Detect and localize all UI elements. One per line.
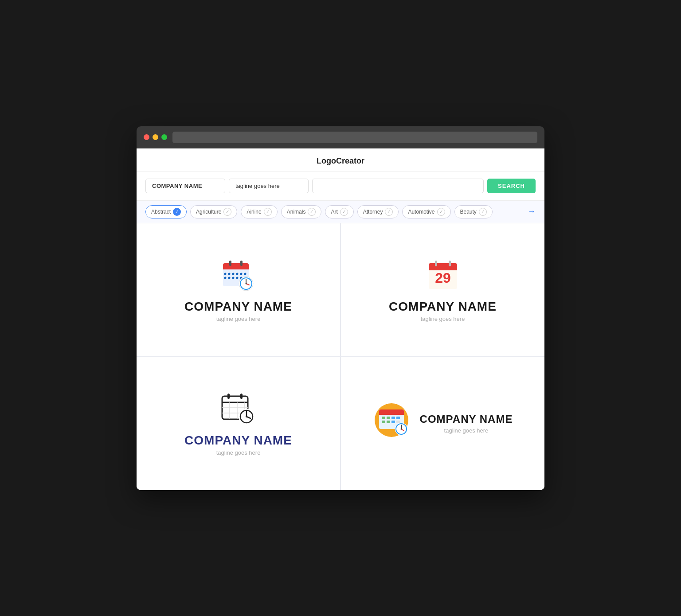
svg-point-14	[224, 277, 226, 279]
svg-rect-49	[396, 417, 400, 419]
logo-1-company: COMPANY NAME	[184, 300, 292, 314]
svg-point-21	[245, 283, 247, 285]
logo-4-company: COMPANY NAME	[420, 413, 513, 425]
svg-point-41	[246, 416, 247, 417]
svg-point-5	[228, 273, 230, 275]
svg-point-58	[400, 428, 402, 429]
tagline-input[interactable]	[229, 179, 309, 193]
filter-airline-check: ✓	[264, 208, 272, 216]
filter-attorney-label: Attorney	[363, 209, 383, 215]
filter-airline-label: Airline	[247, 209, 261, 215]
company-name-input[interactable]	[145, 179, 225, 193]
logo-3-company: COMPANY NAME	[184, 433, 292, 448]
logo-2-tagline: tagline goes here	[421, 316, 465, 322]
svg-rect-46	[382, 417, 385, 419]
svg-rect-2	[223, 267, 249, 269]
app-content: LogoCreator SEARCH Abstract ✓ Agricultur…	[137, 148, 544, 490]
filter-attorney-check: ✓	[385, 208, 393, 216]
logo-icon-1	[219, 257, 258, 292]
close-button[interactable]	[144, 134, 149, 140]
svg-rect-52	[391, 421, 395, 423]
svg-rect-53	[396, 421, 400, 423]
filter-abstract-check: ✓	[173, 208, 181, 216]
svg-rect-31	[240, 394, 243, 399]
filter-attorney[interactable]: Attorney ✓	[357, 205, 399, 218]
filter-abstract-label: Abstract	[151, 209, 171, 215]
logo-grid: COMPANY NAME tagline goes here 29	[137, 223, 544, 490]
filter-art[interactable]: Art ✓	[325, 205, 353, 218]
svg-rect-3	[229, 261, 231, 266]
minimize-button[interactable]	[153, 134, 158, 140]
filter-agriculture-label: Agriculture	[196, 209, 221, 215]
svg-point-10	[228, 277, 230, 279]
logo-4-tagline: tagline goes here	[420, 427, 513, 434]
svg-rect-30	[227, 394, 230, 399]
svg-point-9	[244, 273, 246, 275]
svg-rect-48	[391, 417, 395, 419]
logo-card-1[interactable]: COMPANY NAME tagline goes here	[137, 223, 340, 356]
logo-1-tagline: tagline goes here	[216, 316, 261, 322]
filter-beauty[interactable]: Beauty ✓	[454, 205, 493, 218]
svg-point-11	[232, 277, 234, 279]
svg-rect-47	[387, 417, 390, 419]
filter-art-check: ✓	[340, 208, 348, 216]
svg-point-7	[236, 273, 238, 275]
logo-card-2[interactable]: 29 COMPANY NAME tagline goes here	[341, 223, 544, 356]
filter-next-button[interactable]: →	[528, 207, 536, 216]
logo-icon-2: 29	[425, 257, 461, 292]
browser-window: LogoCreator SEARCH Abstract ✓ Agricultur…	[137, 126, 544, 490]
logo-4-text: COMPANY NAME tagline goes here	[420, 413, 513, 434]
filter-art-label: Art	[331, 209, 337, 215]
app-title: LogoCreator	[317, 156, 364, 165]
logo-2-company: COMPANY NAME	[389, 300, 497, 314]
logo-card-4[interactable]: COMPANY NAME tagline goes here	[341, 357, 544, 490]
filter-airline[interactable]: Airline ✓	[241, 205, 277, 218]
filter-automotive-label: Automotive	[408, 209, 434, 215]
logo-icon-3	[219, 391, 258, 426]
filter-beauty-label: Beauty	[460, 209, 477, 215]
filter-bar: Abstract ✓ Agriculture ✓ Airline ✓ Anima…	[137, 201, 544, 223]
filter-agriculture[interactable]: Agriculture ✓	[190, 205, 237, 218]
logo-card-3[interactable]: COMPANY NAME tagline goes here	[137, 357, 340, 490]
filter-animals[interactable]: Animals ✓	[281, 205, 322, 218]
search-bar: SEARCH	[137, 172, 544, 201]
svg-rect-50	[382, 421, 385, 423]
filter-beauty-check: ✓	[479, 208, 487, 216]
svg-rect-45	[379, 412, 404, 415]
maximize-button[interactable]	[161, 134, 167, 140]
svg-point-15	[224, 273, 226, 275]
svg-rect-26	[449, 261, 451, 266]
extra-search-input[interactable]	[312, 179, 484, 193]
svg-rect-4	[240, 261, 243, 266]
search-button[interactable]: SEARCH	[487, 179, 536, 193]
logo-icon-4	[373, 402, 413, 438]
filter-automotive-check: ✓	[437, 208, 445, 216]
filter-animals-label: Animals	[287, 209, 306, 215]
traffic-lights	[144, 134, 167, 140]
filter-animals-check: ✓	[308, 208, 316, 216]
svg-point-8	[240, 273, 242, 275]
browser-chrome	[137, 126, 544, 148]
svg-point-12	[236, 277, 238, 279]
logo-3-tagline: tagline goes here	[216, 449, 261, 456]
app-header: LogoCreator	[137, 148, 544, 172]
filter-abstract[interactable]: Abstract ✓	[145, 205, 187, 218]
filter-automotive[interactable]: Automotive ✓	[402, 205, 450, 218]
svg-rect-51	[387, 421, 390, 423]
svg-rect-25	[435, 261, 437, 266]
svg-point-6	[232, 273, 234, 275]
svg-text:29: 29	[435, 270, 451, 286]
address-bar	[172, 132, 537, 143]
filter-agriculture-check: ✓	[223, 208, 231, 216]
